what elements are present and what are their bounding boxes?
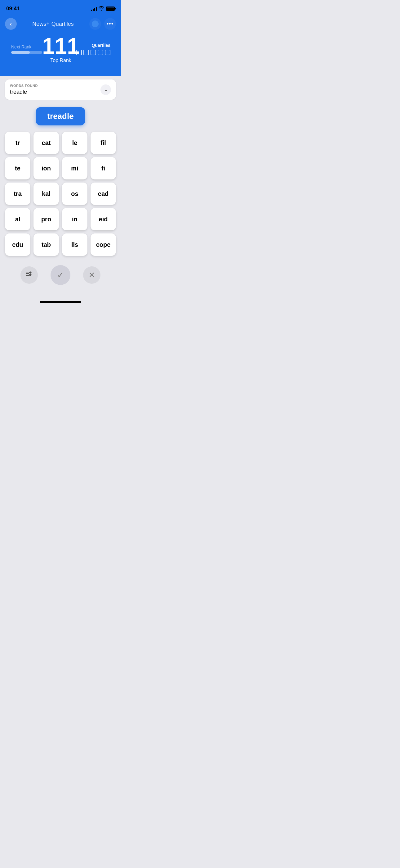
tile-text-5: ion: [41, 165, 51, 172]
tile-9[interactable]: kal: [33, 183, 59, 205]
tile-8[interactable]: tra: [5, 183, 30, 205]
shuffle-icon: [26, 271, 33, 279]
tile-text-12: al: [15, 216, 21, 223]
submit-button[interactable]: ✓: [51, 265, 70, 285]
words-found-label: WORDS FOUND: [10, 84, 38, 88]
tile-text-15: eid: [99, 216, 108, 223]
tile-text-3: fil: [100, 140, 106, 147]
tile-11[interactable]: ead: [91, 183, 116, 205]
next-rank-progress-bar: [11, 51, 42, 54]
words-found-content: WORDS FOUND treadle: [10, 84, 38, 95]
tile-2[interactable]: le: [62, 132, 88, 154]
tile-0[interactable]: tr: [5, 132, 30, 154]
tile-text-0: tr: [15, 140, 20, 147]
apple-logo-icon: News+: [32, 21, 49, 27]
app-header: ‹ News+ Quartiles ••• Next Rank 111 Top …: [0, 16, 121, 76]
home-indicator: [0, 296, 121, 305]
chevron-down-icon: ⌄: [104, 87, 108, 93]
current-word-tile: treadle: [36, 107, 85, 125]
center-score: 111 Top Rank: [42, 35, 79, 63]
tile-text-6: mi: [71, 165, 78, 172]
quartiles-subtitle: Quartiles: [52, 21, 74, 27]
avatar-icon: [92, 21, 99, 27]
current-word-container: treadle: [5, 107, 116, 125]
quartile-box-2: [84, 50, 89, 55]
quartiles-label: Quartiles: [92, 43, 110, 48]
tile-17[interactable]: tab: [33, 234, 59, 256]
next-rank-section: Next Rank: [11, 44, 42, 54]
battery-icon: [106, 6, 115, 11]
quartile-box-5: [105, 50, 110, 55]
status-time: 09:41: [6, 6, 20, 12]
next-rank-fill: [11, 51, 30, 54]
quartile-box-1: [76, 50, 82, 55]
game-area: treadle trcatlefilteionmifitrakaloseadal…: [0, 100, 121, 296]
tile-text-19: cope: [96, 241, 111, 248]
tile-16[interactable]: edu: [5, 234, 30, 256]
score-number: 111: [42, 35, 79, 57]
tile-text-13: pro: [41, 216, 51, 223]
tile-12[interactable]: al: [5, 208, 30, 230]
controls: ✓ ✕: [5, 262, 116, 291]
header-nav: ‹ News+ Quartiles •••: [5, 18, 116, 30]
tile-text-2: le: [72, 140, 77, 147]
tile-text-4: te: [15, 165, 21, 172]
shuffle-button[interactable]: [21, 266, 38, 284]
back-arrow-icon: ‹: [10, 21, 12, 27]
tile-15[interactable]: eid: [91, 208, 116, 230]
tile-text-9: kal: [42, 190, 51, 197]
tile-grid: trcatlefilteionmifitrakaloseadalproineid…: [5, 132, 116, 256]
header-actions: •••: [89, 18, 116, 30]
quartile-box-3: [91, 50, 96, 55]
back-button[interactable]: ‹: [5, 18, 17, 30]
tile-text-18: lls: [71, 241, 78, 248]
home-bar: [40, 301, 81, 303]
tile-text-17: tab: [41, 241, 51, 248]
close-icon: ✕: [89, 271, 95, 279]
tile-1[interactable]: cat: [33, 132, 59, 154]
avatar-button[interactable]: [89, 18, 101, 30]
tile-text-10: os: [71, 190, 78, 197]
tile-14[interactable]: in: [62, 208, 88, 230]
next-rank-label: Next Rank: [11, 44, 31, 49]
tile-7[interactable]: fi: [91, 157, 116, 180]
tile-13[interactable]: pro: [33, 208, 59, 230]
words-found-card: WORDS FOUND treadle ⌄: [5, 80, 116, 100]
tile-text-7: fi: [101, 165, 105, 172]
tile-5[interactable]: ion: [33, 157, 59, 180]
words-found-value: treadle: [10, 89, 38, 95]
more-options-button[interactable]: •••: [104, 18, 116, 30]
status-icons: [91, 6, 115, 11]
check-icon: ✓: [57, 270, 64, 280]
tile-text-16: edu: [12, 241, 23, 248]
status-bar: 09:41: [0, 0, 121, 16]
tile-text-8: tra: [14, 190, 22, 197]
quartiles-section: Quartiles: [79, 43, 110, 55]
wifi-icon: [99, 6, 104, 11]
score-section: Next Rank 111 Top Rank Quartiles: [5, 35, 116, 69]
tile-19[interactable]: cope: [91, 234, 116, 256]
signal-icon: [91, 6, 97, 11]
quartile-boxes: [76, 50, 110, 55]
tile-3[interactable]: fil: [91, 132, 116, 154]
tile-text-1: cat: [42, 140, 51, 147]
score-label: Top Rank: [50, 58, 71, 63]
clear-button[interactable]: ✕: [83, 266, 100, 284]
quartile-box-4: [98, 50, 103, 55]
app-title: News+ Quartiles: [32, 21, 74, 27]
tile-text-11: ead: [98, 190, 108, 197]
dots-icon: •••: [107, 21, 113, 27]
tile-6[interactable]: mi: [62, 157, 88, 180]
tile-4[interactable]: te: [5, 157, 30, 180]
tile-18[interactable]: lls: [62, 234, 88, 256]
tile-text-14: in: [72, 216, 77, 223]
expand-words-button[interactable]: ⌄: [100, 85, 111, 95]
tile-10[interactable]: os: [62, 183, 88, 205]
current-word-text: treadle: [47, 112, 73, 121]
